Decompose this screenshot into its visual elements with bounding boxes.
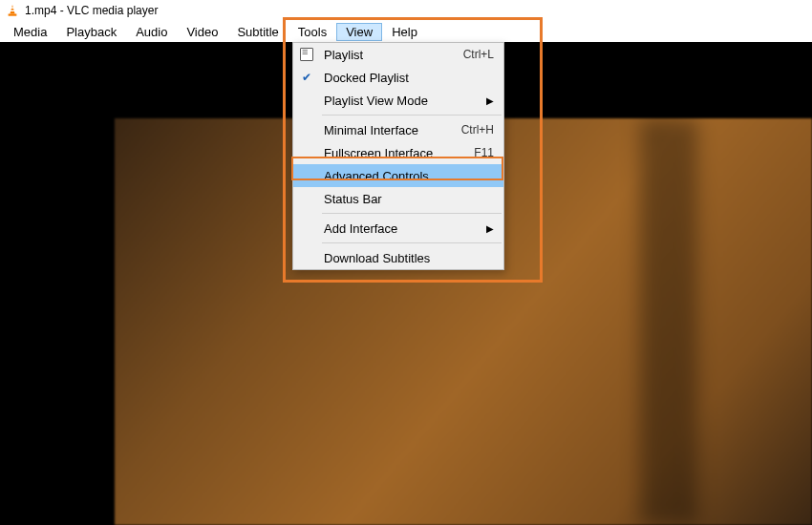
- menu-video[interactable]: Video: [177, 23, 227, 41]
- menu-item-shortcut: Ctrl+L: [463, 48, 503, 61]
- menu-separator: [322, 115, 502, 116]
- menu-item-label: Docked Playlist: [320, 71, 503, 85]
- menu-item-label: Add Interface: [320, 221, 503, 236]
- menu-help[interactable]: Help: [382, 23, 427, 41]
- svg-rect-2: [9, 14, 17, 16]
- menu-item-label: Advanced Controls: [320, 169, 503, 183]
- svg-rect-1: [10, 10, 15, 11]
- menu-item-minimal-interface[interactable]: Minimal Interface Ctrl+H: [293, 118, 503, 141]
- playlist-icon: [300, 48, 313, 61]
- menu-separator: [322, 242, 502, 243]
- submenu-arrow-icon: ▶: [486, 95, 494, 106]
- vlc-cone-icon: [6, 4, 19, 17]
- menu-item-advanced-controls[interactable]: Advanced Controls: [293, 164, 503, 187]
- menu-item-status-bar[interactable]: Status Bar: [293, 187, 503, 210]
- menu-playback[interactable]: Playback: [56, 23, 126, 41]
- titlebar: 1.mp4 - VLC media player: [0, 0, 812, 21]
- check-icon: ✔: [302, 71, 311, 84]
- menu-item-label: Playlist: [320, 48, 463, 62]
- menu-item-fullscreen-interface[interactable]: Fullscreen Interface F11: [293, 141, 503, 164]
- submenu-arrow-icon: ▶: [486, 223, 494, 234]
- menubar: Media Playback Audio Video Subtitle Tool…: [0, 21, 812, 42]
- menu-item-shortcut: Ctrl+H: [461, 123, 503, 136]
- menu-item-label: Status Bar: [320, 192, 503, 206]
- menu-item-label: Playlist View Mode: [320, 94, 503, 108]
- menu-subtitle[interactable]: Subtitle: [227, 23, 288, 41]
- menu-item-playlist-view-mode[interactable]: Playlist View Mode ▶: [293, 89, 503, 112]
- menu-item-playlist[interactable]: Playlist Ctrl+L: [293, 43, 503, 66]
- view-dropdown: Playlist Ctrl+L ✔ Docked Playlist Playli…: [292, 42, 504, 270]
- menu-item-label: Download Subtitles: [320, 251, 503, 265]
- menu-item-shortcut: F11: [474, 146, 503, 159]
- menu-item-docked-playlist[interactable]: ✔ Docked Playlist: [293, 66, 503, 89]
- menu-separator: [322, 213, 502, 214]
- menu-tools[interactable]: Tools: [288, 23, 336, 41]
- menu-view[interactable]: View: [336, 23, 382, 41]
- menu-item-add-interface[interactable]: Add Interface ▶: [293, 217, 503, 240]
- menu-item-download-subtitles[interactable]: Download Subtitles: [293, 246, 503, 269]
- menu-item-label: Minimal Interface: [320, 123, 461, 137]
- window-title: 1.mp4 - VLC media player: [25, 4, 158, 17]
- menu-item-label: Fullscreen Interface: [320, 146, 474, 160]
- menu-audio[interactable]: Audio: [126, 23, 177, 41]
- menu-media[interactable]: Media: [4, 23, 56, 41]
- svg-rect-0: [11, 8, 14, 9]
